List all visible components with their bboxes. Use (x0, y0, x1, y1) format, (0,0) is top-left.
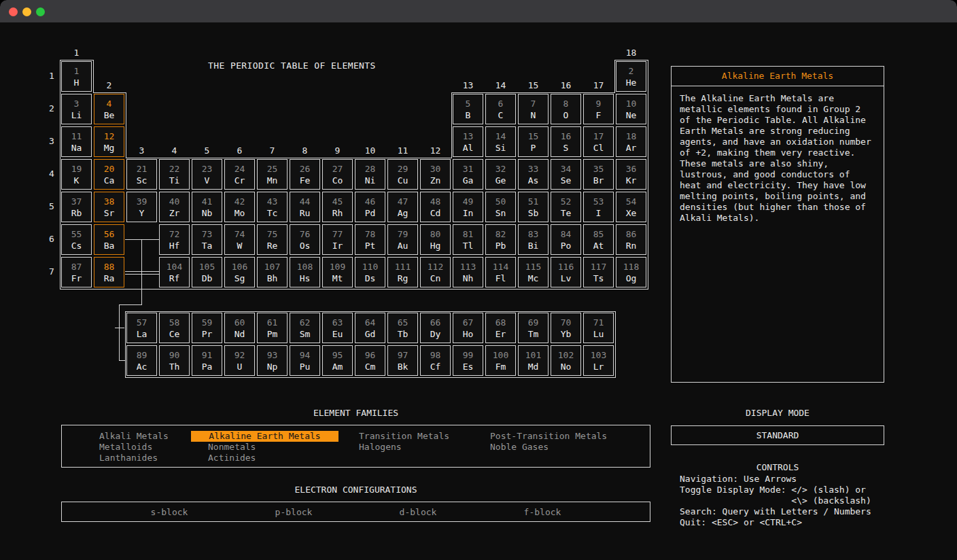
family-item-transition-metals[interactable]: Transition Metals (359, 431, 449, 442)
family-item-metalloids[interactable]: Metalloids (99, 442, 152, 453)
element-cell-Hf[interactable]: 72Hf (159, 224, 190, 255)
element-cell-P[interactable]: 15P (518, 126, 549, 157)
element-cell-Nb[interactable]: 41Nb (192, 192, 222, 222)
element-cell-Br[interactable]: 35Br (583, 159, 614, 190)
element-cell-Tm[interactable]: 69Tm (518, 313, 549, 343)
element-cell-Pa[interactable]: 91Pa (192, 345, 222, 376)
element-cell-Cs[interactable]: 55Cs (61, 224, 92, 255)
element-cell-Lr[interactable]: 103Lr (583, 345, 614, 376)
element-cell-S[interactable]: 16S (551, 126, 581, 157)
element-cell-Cn[interactable]: 112Cn (420, 257, 451, 287)
zoom-button[interactable] (36, 7, 45, 16)
element-cell-F[interactable]: 9F (583, 94, 614, 124)
element-cell-Ce[interactable]: 58Ce (159, 313, 190, 343)
element-cell-C[interactable]: 6C (485, 94, 516, 124)
element-cell-Eu[interactable]: 63Eu (322, 313, 353, 343)
config-s-block[interactable]: s-block (107, 507, 232, 517)
family-item-alkaline-earth-metals[interactable]: Alkaline Earth Metals (191, 431, 338, 442)
element-cell-Fe[interactable]: 26Fe (290, 159, 320, 190)
element-cell-Au[interactable]: 79Au (387, 224, 418, 255)
element-cell-Pt[interactable]: 78Pt (355, 224, 385, 255)
element-cell-Ti[interactable]: 22Ti (159, 159, 190, 190)
element-cell-Se[interactable]: 34Se (551, 159, 581, 190)
element-cell-La[interactable]: 57La (126, 313, 157, 343)
element-cell-Pd[interactable]: 46Pd (355, 192, 385, 222)
element-cell-O[interactable]: 8O (551, 94, 581, 124)
element-cell-Mo[interactable]: 42Mo (224, 192, 255, 222)
element-cell-Re[interactable]: 75Re (257, 224, 288, 255)
element-cell-He[interactable]: 2He (616, 61, 646, 92)
element-cell-Hg[interactable]: 80Hg (420, 224, 451, 255)
element-cell-Nh[interactable]: 113Nh (453, 257, 483, 287)
element-cell-Ac[interactable]: 89Ac (126, 345, 157, 376)
element-cell-Sr[interactable]: 38Sr (94, 192, 124, 222)
element-cell-Tb[interactable]: 65Tb (387, 313, 418, 343)
element-cell-Ru[interactable]: 44Ru (290, 192, 320, 222)
element-cell-Ar[interactable]: 18Ar (616, 126, 646, 157)
family-item-post-transition-metals[interactable]: Post-Transition Metals (490, 431, 607, 442)
element-cell-Tl[interactable]: 81Tl (453, 224, 483, 255)
element-cell-Bh[interactable]: 107Bh (257, 257, 288, 287)
element-cell-Pm[interactable]: 61Pm (257, 313, 288, 343)
element-cell-Fl[interactable]: 114Fl (485, 257, 516, 287)
element-cell-At[interactable]: 85At (583, 224, 614, 255)
element-cell-Am[interactable]: 95Am (322, 345, 353, 376)
element-cell-Db[interactable]: 105Db (192, 257, 222, 287)
element-cell-Sm[interactable]: 62Sm (290, 313, 320, 343)
close-button[interactable] (9, 7, 18, 16)
element-cell-Rg[interactable]: 111Rg (387, 257, 418, 287)
element-cell-Ca[interactable]: 20Ca (94, 159, 124, 190)
element-cell-Ne[interactable]: 10Ne (616, 94, 646, 124)
element-cell-In[interactable]: 49In (453, 192, 483, 222)
element-cell-Ra[interactable]: 88Ra (94, 257, 124, 287)
element-cell-H[interactable]: 1H (61, 61, 92, 92)
element-cell-Ta[interactable]: 73Ta (192, 224, 222, 255)
element-cell-Og[interactable]: 118Og (616, 257, 646, 287)
element-cell-Bi[interactable]: 83Bi (518, 224, 549, 255)
element-cell-Li[interactable]: 3Li (61, 94, 92, 124)
element-cell-Cm[interactable]: 96Cm (355, 345, 385, 376)
element-cell-Nd[interactable]: 60Nd (224, 313, 255, 343)
element-cell-Ts[interactable]: 117Ts (583, 257, 614, 287)
element-cell-Sg[interactable]: 106Sg (224, 257, 255, 287)
element-cell-Kr[interactable]: 36Kr (616, 159, 646, 190)
element-cell-Sb[interactable]: 51Sb (518, 192, 549, 222)
element-cell-Ds[interactable]: 110Ds (355, 257, 385, 287)
config-f-block[interactable]: f-block (481, 507, 605, 517)
element-cell-Yb[interactable]: 70Yb (551, 313, 581, 343)
config-p-block[interactable]: p-block (232, 507, 356, 517)
family-item-alkali-metals[interactable]: Alkali Metals (99, 431, 169, 442)
family-item-noble-gases[interactable]: Noble Gases (490, 442, 549, 453)
element-cell-Al[interactable]: 13Al (453, 126, 483, 157)
element-cell-Rn[interactable]: 86Rn (616, 224, 646, 255)
element-cell-Ni[interactable]: 28Ni (355, 159, 385, 190)
element-cell-Md[interactable]: 101Md (518, 345, 549, 376)
element-cell-Zn[interactable]: 30Zn (420, 159, 451, 190)
element-cell-Mg[interactable]: 12Mg (94, 126, 124, 157)
config-d-block[interactable]: d-block (356, 507, 481, 517)
family-item-lanthanides[interactable]: Lanthanides (99, 453, 158, 463)
element-cell-Gd[interactable]: 64Gd (355, 313, 385, 343)
element-cell-Cr[interactable]: 24Cr (224, 159, 255, 190)
element-cell-Rf[interactable]: 104Rf (159, 257, 190, 287)
element-cell-Mc[interactable]: 115Mc (518, 257, 549, 287)
element-cell-U[interactable]: 92U (224, 345, 255, 376)
element-cell-Lu[interactable]: 71Lu (583, 313, 614, 343)
element-cell-Tc[interactable]: 43Tc (257, 192, 288, 222)
element-cell-No[interactable]: 102No (551, 345, 581, 376)
element-cell-Mn[interactable]: 25Mn (257, 159, 288, 190)
family-item-halogens[interactable]: Halogens (359, 442, 402, 453)
element-cell-Be[interactable]: 4Be (94, 94, 124, 124)
element-cell-Rb[interactable]: 37Rb (61, 192, 92, 222)
element-cell-V[interactable]: 23V (192, 159, 222, 190)
minimize-button[interactable] (22, 7, 31, 16)
element-cell-K[interactable]: 19K (61, 159, 92, 190)
element-cell-Zr[interactable]: 40Zr (159, 192, 190, 222)
element-cell-Ba[interactable]: 56Ba (94, 224, 124, 255)
element-cell-Er[interactable]: 68Er (485, 313, 516, 343)
element-cell-Ir[interactable]: 77Ir (322, 224, 353, 255)
element-cell-Np[interactable]: 93Np (257, 345, 288, 376)
element-cell-As[interactable]: 33As (518, 159, 549, 190)
element-cell-Ge[interactable]: 32Ge (485, 159, 516, 190)
element-cell-Mt[interactable]: 109Mt (322, 257, 353, 287)
